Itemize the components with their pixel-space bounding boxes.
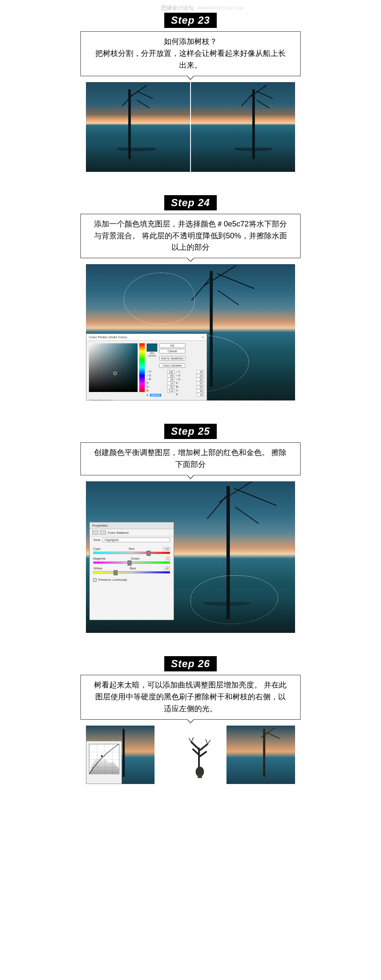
field-lab-b[interactable]: -20 <box>196 378 204 381</box>
svg-rect-2 <box>198 774 202 778</box>
step-25: Step 25 创建颜色平衡调整图层，增加树上部的红色和金色。 擦除下面部分 P… <box>0 424 381 633</box>
only-web-colors-checkbox[interactable]: Only Web Colors <box>92 399 113 400</box>
color-picker-dialog: Color Picker (Solid Color) × new <box>86 334 207 400</box>
step-26-image-1 <box>86 726 155 784</box>
svg-point-0 <box>101 755 102 757</box>
step-26-desc: 树看起来太暗，可以添加曲线调整图层增加亮度。 并在此图层使用中等硬度的黑色刷子擦… <box>80 675 301 720</box>
slider-cyan-label: Cyan <box>93 547 101 551</box>
ok-button[interactable]: OK <box>159 343 185 348</box>
step-24-label: Step 24 <box>164 195 217 210</box>
step-24: Step 24 添加一个颜色填充图层，并选择颜色＃0e5c72将水下部分与背景混… <box>0 195 381 401</box>
curves-graph[interactable] <box>89 744 119 774</box>
step-23-desc: 如何添加树枝？ 把树枝分割，分开放置，这样会让树看起来好像从船上长出来。 <box>80 31 301 76</box>
preserve-luminosity-label: Preserve Luminosity <box>98 578 127 582</box>
slider-red-label: Red <box>129 547 135 551</box>
slider-cyan-red[interactable] <box>93 552 170 554</box>
slider-magenta-label: Magenta <box>93 557 105 560</box>
field-s[interactable]: 88 <box>167 374 175 378</box>
field-a[interactable]: -18 <box>196 374 204 378</box>
adjustment-name: Color Balance <box>108 531 129 535</box>
step-23-image-2 <box>191 82 295 172</box>
tone-label: Tone: <box>93 538 101 542</box>
color-picker-title: Color Picker (Solid Color) <box>89 335 127 339</box>
slider-yellow-blue[interactable] <box>93 571 170 574</box>
step-26-image-3 <box>226 726 295 784</box>
field-y[interactable]: 46 <box>196 389 204 393</box>
add-to-swatches-button[interactable]: Add to Swatches <box>159 356 185 361</box>
field-b2[interactable]: 114 <box>167 389 175 393</box>
color-value-fields: ○ H:192 ○ L:35 ○ S:88 ○ a:-18 ○ B:45 ○ b… <box>146 370 204 397</box>
field-h[interactable]: 192 <box>167 370 175 374</box>
step-23: Step 23 如何添加树枝？ 把树枝分割，分开放置，这样会让树看起来好像从船上… <box>0 13 381 172</box>
color-libraries-button[interactable]: Color Libraries <box>159 363 185 368</box>
step-24-image: Color Picker (Solid Color) × new <box>86 264 295 400</box>
step-24-desc: 添加一个颜色填充图层，并选择颜色＃0e5c72将水下部分与背景混合。 将此层的不… <box>80 214 301 259</box>
swatch-current-label: current <box>146 354 157 357</box>
curves-panel <box>86 741 122 784</box>
cancel-button[interactable]: Cancel <box>159 349 185 353</box>
marquee-selection-top <box>124 273 195 324</box>
hex-field[interactable]: 0e5c72 <box>150 394 161 397</box>
field-k[interactable]: 18 <box>196 393 204 397</box>
close-icon[interactable]: × <box>202 335 204 339</box>
step-26: Step 26 树看起来太暗，可以添加曲线调整图层增加亮度。 并在此图层使用中等… <box>0 656 381 784</box>
step-23-image-1 <box>86 82 190 172</box>
field-r[interactable]: 14 <box>167 381 175 385</box>
field-l[interactable]: 35 <box>196 370 204 374</box>
step-25-image: Properties Color Balance Tone: Highlight… <box>86 481 295 633</box>
watermark: 思缘设计论坛 WWW.MISSYUAN.COM <box>161 4 243 12</box>
hue-slider[interactable] <box>139 343 145 392</box>
slider-blue-value[interactable]: -42 <box>163 566 170 570</box>
step-25-label: Step 25 <box>164 424 217 439</box>
properties-panel: Properties Color Balance Tone: Highlight… <box>89 522 174 620</box>
color-gradient-field[interactable] <box>89 343 138 392</box>
adjustment-icon <box>92 530 98 535</box>
field-g[interactable]: 92 <box>167 385 175 389</box>
mask-icon <box>100 530 106 535</box>
step-23-images <box>86 82 295 172</box>
tone-select[interactable]: Highlights <box>102 538 170 542</box>
watermark-text: 思缘设计论坛 <box>161 5 194 11</box>
watermark-url: WWW.MISSYUAN.COM <box>197 6 243 11</box>
swatch-new <box>146 343 157 352</box>
slider-red-value[interactable]: +43 <box>163 547 170 551</box>
slider-magenta-green[interactable] <box>93 561 170 564</box>
step-23-label: Step 23 <box>164 13 217 28</box>
slider-blue-label: Blue <box>130 566 136 570</box>
field-m[interactable]: 55 <box>196 385 204 389</box>
field-b[interactable]: 45 <box>167 378 175 381</box>
slider-green-label: Green <box>131 557 140 560</box>
step-26-image-2 <box>156 726 225 784</box>
slider-green-value[interactable]: -6 <box>165 557 170 560</box>
properties-panel-title: Properties <box>90 522 174 529</box>
preserve-luminosity-checkbox[interactable]: ✓ <box>93 578 97 582</box>
hex-label: # <box>146 394 148 397</box>
step-26-label: Step 26 <box>164 656 217 671</box>
slider-yellow-label: Yellow <box>93 566 102 570</box>
step-26-images <box>86 726 295 784</box>
field-c[interactable]: 87 <box>196 381 204 385</box>
step-25-desc: 创建颜色平衡调整图层，增加树上部的红色和金色。 擦除下面部分 <box>80 442 301 475</box>
